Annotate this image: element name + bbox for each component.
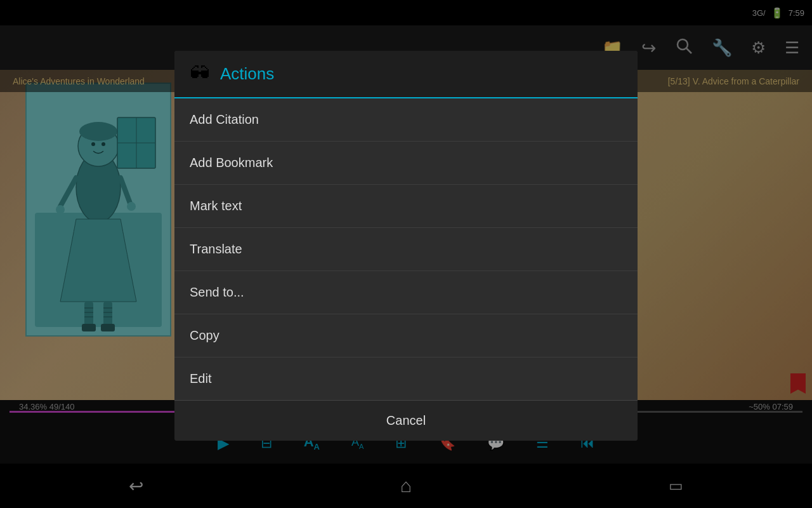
copy-item[interactable]: Copy: [174, 314, 638, 358]
translate-item[interactable]: Translate: [174, 228, 638, 271]
actions-dialog: 🕶 Actions Add Citation Add Bookmark Mark…: [174, 51, 638, 441]
edit-item[interactable]: Edit: [174, 358, 638, 400]
add-bookmark-item[interactable]: Add Bookmark: [174, 142, 638, 185]
send-to-item[interactable]: Send to...: [174, 271, 638, 314]
add-citation-item[interactable]: Add Citation: [174, 98, 638, 142]
dialog-header: 🕶 Actions: [174, 51, 638, 98]
mark-text-item[interactable]: Mark text: [174, 185, 638, 228]
dialog-title: Actions: [220, 64, 274, 84]
app-logo-icon: 🕶: [190, 62, 210, 86]
cancel-button[interactable]: Cancel: [174, 400, 638, 441]
